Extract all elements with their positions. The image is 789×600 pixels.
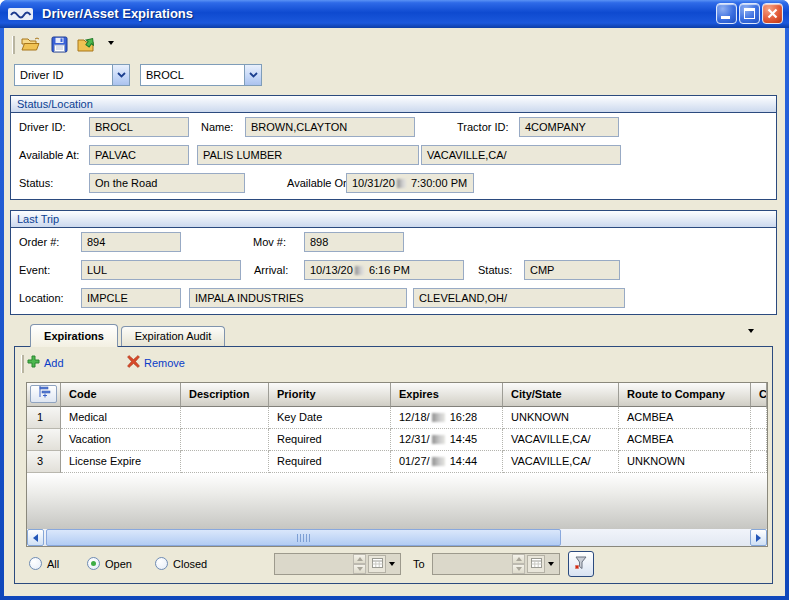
time-text: 14:44 bbox=[447, 455, 478, 467]
cell-priority[interactable]: Required bbox=[269, 451, 391, 473]
radio-closed[interactable]: Closed bbox=[155, 557, 207, 570]
event-label: Event: bbox=[19, 264, 50, 276]
name-label: Name: bbox=[201, 121, 233, 133]
trip-status-field[interactable]: CMP bbox=[524, 260, 620, 280]
row-number-cell[interactable]: 2 bbox=[27, 429, 61, 451]
maximize-button[interactable] bbox=[739, 3, 760, 24]
column-header-con[interactable]: Con bbox=[751, 383, 767, 407]
date-text: 10/13/20 bbox=[310, 264, 353, 276]
mov-label: Mov #: bbox=[253, 236, 286, 248]
row-number-cell[interactable]: 1 bbox=[27, 407, 61, 429]
arrow-right-icon bbox=[756, 534, 761, 542]
spin-down-button[interactable] bbox=[512, 564, 525, 574]
cell-route[interactable]: ACMBEA bbox=[619, 407, 751, 429]
dropdown-arrow-button[interactable] bbox=[386, 562, 398, 566]
save-button[interactable] bbox=[46, 33, 72, 57]
cell-con[interactable] bbox=[751, 451, 767, 473]
tab-expiration-audit[interactable]: Expiration Audit bbox=[121, 326, 225, 346]
order-label: Order #: bbox=[19, 236, 59, 248]
tab-expirations[interactable]: Expirations bbox=[30, 324, 118, 347]
cell-route[interactable]: UNKNOWN bbox=[619, 451, 751, 473]
cell-city-state[interactable]: VACAVILLE,CA/ bbox=[503, 451, 619, 473]
available-at-city-field[interactable]: VACAVILLE,CA/ bbox=[421, 145, 621, 165]
available-at-name-field[interactable]: PALIS LUMBER bbox=[197, 145, 419, 165]
close-button[interactable] bbox=[762, 3, 783, 24]
driver-id-field[interactable]: BROCL bbox=[89, 117, 189, 137]
spin-down-button[interactable] bbox=[353, 564, 366, 574]
add-button[interactable]: Add bbox=[27, 355, 64, 370]
cell-description[interactable] bbox=[181, 451, 269, 473]
spin-up-button[interactable] bbox=[353, 554, 366, 564]
open-button[interactable] bbox=[18, 33, 44, 57]
scroll-left-button[interactable] bbox=[27, 529, 44, 546]
available-on-field[interactable]: 10/31/20 7:30:00 PM bbox=[346, 173, 474, 193]
cell-expires[interactable]: 12/18/ 16:28 bbox=[391, 407, 503, 429]
minimize-button[interactable] bbox=[716, 3, 737, 24]
column-header-expires[interactable]: Expires bbox=[391, 383, 503, 407]
value-selector-combo[interactable]: BROCL bbox=[140, 64, 262, 86]
cell-code[interactable]: Vacation bbox=[61, 429, 181, 451]
add-plus-icon bbox=[27, 355, 40, 370]
order-field[interactable]: 894 bbox=[81, 232, 181, 252]
status-field[interactable]: On the Road bbox=[89, 173, 245, 193]
date-spinner[interactable] bbox=[353, 554, 366, 574]
arrival-field[interactable]: 10/13/20 6:16 PM bbox=[304, 260, 464, 280]
radio-closed-label: Closed bbox=[173, 558, 207, 570]
row-number-cell[interactable]: 3 bbox=[27, 451, 61, 473]
date-spinner[interactable] bbox=[512, 554, 525, 574]
cell-city-state[interactable]: UNKNOWN bbox=[503, 407, 619, 429]
remove-button[interactable]: Remove bbox=[127, 355, 185, 370]
location-name-field[interactable]: IMPALA INDUSTRIES bbox=[189, 288, 407, 308]
tractor-id-field[interactable]: 4COMPANY bbox=[519, 117, 619, 137]
tab-list-button[interactable] bbox=[748, 333, 754, 345]
export-button[interactable] bbox=[74, 33, 100, 57]
column-header-city-state[interactable]: City/State bbox=[503, 383, 619, 407]
cell-priority[interactable]: Key Date bbox=[269, 407, 391, 429]
cell-code[interactable]: Medical bbox=[61, 407, 181, 429]
cell-con[interactable] bbox=[751, 429, 767, 451]
date-from-picker[interactable] bbox=[274, 553, 401, 575]
chevron-down-icon[interactable] bbox=[244, 65, 261, 85]
scrollbar-track[interactable] bbox=[44, 529, 750, 546]
cell-con[interactable] bbox=[751, 407, 767, 429]
app-icon bbox=[8, 6, 36, 22]
column-header-code[interactable]: Code bbox=[61, 383, 181, 407]
cell-expires[interactable]: 01/27/ 14:44 bbox=[391, 451, 503, 473]
location-code-field[interactable]: IMPCLE bbox=[81, 288, 181, 308]
name-field[interactable]: BROWN,CLAYTON bbox=[245, 117, 415, 137]
column-header-priority[interactable]: Priority bbox=[269, 383, 391, 407]
calendar-button[interactable] bbox=[527, 555, 545, 573]
toolbar-grip[interactable] bbox=[12, 36, 15, 54]
table-row: 3 License Expire Required 01/27/ 14:44 V… bbox=[27, 451, 767, 473]
cell-route[interactable]: ACMBEA bbox=[619, 429, 751, 451]
scrollbar-thumb[interactable] bbox=[46, 529, 561, 546]
field-selector-combo[interactable]: Driver ID bbox=[14, 64, 130, 86]
available-at-code-field[interactable]: PALVAC bbox=[89, 145, 189, 165]
redacted-text bbox=[432, 413, 445, 422]
cell-description[interactable] bbox=[181, 407, 269, 429]
location-city-field[interactable]: CLEVELAND,OH/ bbox=[413, 288, 625, 308]
grid-toolbar-grip[interactable] bbox=[21, 355, 24, 373]
spin-up-button[interactable] bbox=[512, 554, 525, 564]
chevron-down-icon[interactable] bbox=[112, 65, 129, 85]
radio-open[interactable]: Open bbox=[87, 557, 132, 570]
titlebar[interactable]: Driver/Asset Expirations bbox=[0, 0, 789, 28]
event-field[interactable]: LUL bbox=[81, 260, 241, 280]
dropdown-arrow-button[interactable] bbox=[545, 562, 557, 566]
cell-priority[interactable]: Required bbox=[269, 429, 391, 451]
cell-code[interactable]: License Expire bbox=[61, 451, 181, 473]
date-to-picker[interactable] bbox=[432, 553, 560, 575]
cell-expires[interactable]: 12/31/ 14:45 bbox=[391, 429, 503, 451]
horizontal-scrollbar[interactable] bbox=[27, 529, 767, 546]
mov-field[interactable]: 898 bbox=[304, 232, 404, 252]
radio-all[interactable]: All bbox=[29, 557, 59, 570]
column-header-route[interactable]: Route to Company bbox=[619, 383, 751, 407]
cell-city-state[interactable]: VACAVILLE,CA/ bbox=[503, 429, 619, 451]
field-chooser-button[interactable] bbox=[30, 385, 57, 403]
scroll-right-button[interactable] bbox=[750, 529, 767, 546]
column-header-description[interactable]: Description bbox=[181, 383, 269, 407]
clear-filter-button[interactable] bbox=[568, 551, 594, 577]
toolbar-overflow-button[interactable] bbox=[108, 45, 114, 57]
calendar-button[interactable] bbox=[368, 555, 386, 573]
cell-description[interactable] bbox=[181, 429, 269, 451]
